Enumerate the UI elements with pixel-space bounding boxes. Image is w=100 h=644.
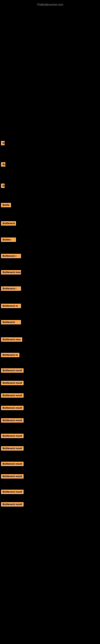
bottleneck-result-label: Bottleneck r (1, 286, 21, 291)
list-item: Bottleneck (0, 221, 100, 226)
list-item: Bottleneck result (0, 381, 100, 385)
bottleneck-result-label: Bottleneck result (1, 434, 24, 438)
bottleneck-result-label: Bottlen (1, 238, 16, 242)
bottleneck-list: Bottleneck result Bottleneck result Bott… (0, 141, 100, 514)
list-item: Bottleneck result (0, 434, 100, 438)
bottleneck-result-label: Bottleneck re (1, 353, 19, 357)
list-item: Bottleneck result (0, 393, 100, 398)
bottleneck-result-label: Bottle (1, 203, 11, 207)
list-item: Bottleneck result (0, 418, 100, 422)
bottleneck-result-label: Bottleneck result (1, 490, 24, 494)
bottleneck-result-label: Bottleneck r (1, 254, 21, 258)
list-item: Bottlen (0, 238, 100, 243)
bottleneck-result-label: Bottleneck re (1, 304, 21, 308)
list-item: Bottle (0, 203, 100, 208)
bottleneck-result-label: Bottleneck result (1, 446, 24, 450)
bottleneck-result-label: Bottleneck resu (1, 337, 22, 342)
list-item: Bottleneck result (0, 446, 100, 450)
list-item: Bottleneck result (0, 141, 100, 146)
bottleneck-result-label: Bottleneck (1, 320, 21, 324)
list-item: Bottleneck result (0, 462, 100, 466)
list-item: Bottleneck resu (0, 270, 100, 275)
bottleneck-result-label: Bottleneck result (1, 368, 24, 373)
bottleneck-result-label: Bottleneck (1, 221, 16, 226)
bottleneck-result-label: Bottleneck result (1, 381, 24, 385)
list-item: Bottleneck result (0, 368, 100, 373)
bottleneck-result-label: Bottleneck result (1, 162, 5, 167)
list-item: Bottleneck result (0, 406, 100, 410)
bottleneck-result-label: Bottleneck result (1, 406, 24, 410)
list-item: Bottleneck re (0, 304, 100, 309)
list-item: Bottleneck (0, 320, 100, 325)
list-item: Bottleneck result (0, 162, 100, 168)
list-item: Bottleneck r (0, 254, 100, 259)
list-item: Bottleneck result (0, 474, 100, 478)
list-item: Bottleneck result (0, 490, 100, 494)
list-item: Bottleneck r (0, 286, 100, 292)
bottleneck-result-label: Bottleneck result (1, 418, 24, 422)
list-item: Bottleneck result (0, 502, 100, 506)
bottleneck-result-label: Bottleneck result (1, 462, 24, 466)
bottleneck-result-label: Bottleneck result (1, 141, 4, 145)
bottleneck-result-label: Bottleneck result (1, 184, 4, 188)
list-item: Bottleneck re (0, 353, 100, 357)
bottleneck-result-label: Bottleneck result (1, 502, 24, 506)
bottleneck-result-label: Bottleneck result (1, 393, 24, 398)
bottleneck-result-label: Bottleneck resu (1, 270, 21, 274)
bottleneck-result-label: Bottleneck result (1, 474, 24, 478)
site-title: TheBottlenecker.com (0, 1, 100, 8)
list-item: Bottleneck resu (0, 337, 100, 342)
list-item: Bottleneck result (0, 184, 100, 189)
